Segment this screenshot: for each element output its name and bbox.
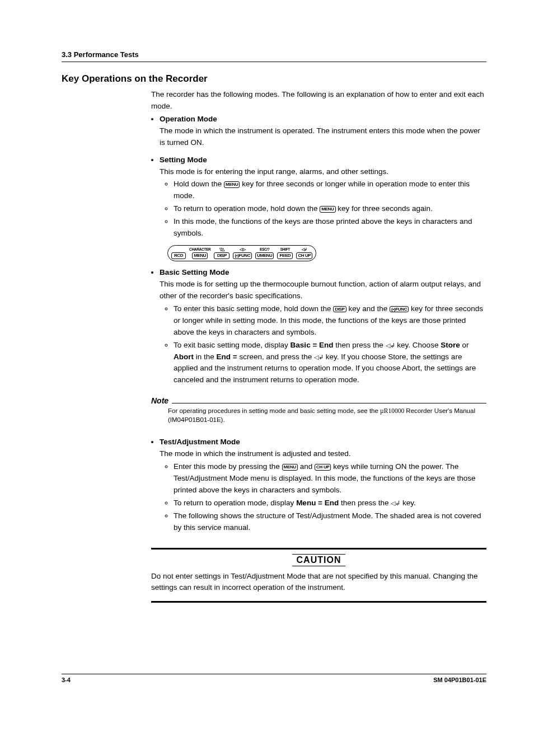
t: and	[298, 462, 315, 471]
mode-basic: Basic Setting Mode This mode is for sett…	[160, 267, 486, 386]
t: Store	[441, 341, 460, 349]
t: Basic = End	[291, 341, 334, 349]
mode-test-desc: The mode in which the instrument is adju…	[160, 449, 350, 458]
t: End =	[217, 353, 237, 361]
mode-set-b2: To return to operation mode, hold down t…	[174, 203, 486, 215]
kd-lbl: ◁↲	[302, 247, 307, 252]
mode-test-b1: Enter this mode by pressing the MENU and…	[174, 461, 486, 496]
t: key and the	[346, 304, 390, 313]
kd-key-umenu: UMENU	[255, 252, 274, 259]
page-footer: 3-4 SM 04P01B01-01E	[62, 674, 486, 683]
t: For operating procedures in setting mode…	[168, 407, 380, 414]
mode-test-b3: The following shows the structure of Tes…	[174, 510, 486, 534]
enter-icon: ◁↲	[386, 342, 395, 349]
intro-text: The recorder has the following modes. Th…	[151, 90, 484, 110]
menu-key-icon: MENU	[320, 206, 335, 213]
kd-key-feed: FEED	[277, 252, 293, 259]
mode-set-b1: Hold down the MENU key for three seconds…	[174, 179, 486, 202]
menu-key-icon: MENU	[282, 464, 298, 471]
mode-test-title: Test/Adjustment Mode	[160, 438, 240, 446]
func-key-icon: (•)FUNC	[390, 306, 409, 313]
kd-key-rcd: RCD	[171, 252, 186, 259]
t: then press the	[339, 499, 391, 507]
caution-text: Do not enter settings in Test/Adjustment…	[151, 571, 486, 602]
t: screen, and press the	[237, 353, 314, 361]
t: in the	[194, 353, 217, 361]
t: key. Choose	[395, 341, 441, 349]
caution-box: CAUTION Do not enter settings in Test/Ad…	[151, 548, 486, 603]
kd-lbl: ◁ ▷	[240, 247, 246, 252]
kd-key-disp: DISP	[214, 252, 229, 259]
t: To exit basic setting mode, display	[174, 341, 291, 349]
caution-label: CAUTION	[292, 554, 346, 566]
mode-basic-title: Basic Setting Mode	[160, 268, 229, 276]
note-label: Note	[151, 396, 168, 405]
kd-lbl: SHIFT	[280, 247, 290, 252]
enter-icon: ◁↲	[391, 500, 400, 506]
mode-set-b3: In this mode, the functions of the keys …	[174, 216, 486, 240]
mode-operation: Operation Mode The mode in which the ins…	[160, 114, 486, 149]
t: key for three seconds again.	[336, 204, 433, 213]
header-section: 3.3 Performance Tests	[62, 50, 486, 62]
t: then press the	[334, 341, 386, 349]
key-diagram: RCD CHARACTERMENU ▽△DISP ◁ ▷(•)FUNC ESC/…	[167, 245, 486, 261]
mode-basic-desc: This mode is for setting up the thermoco…	[160, 280, 481, 300]
kd-key-chup: CH UP	[296, 252, 312, 259]
t: key.	[400, 499, 416, 507]
t: To return to operation mode, hold down t…	[174, 204, 320, 213]
t: Enter this mode by pressing the	[174, 462, 282, 471]
mode-test-b2: To return to operation mode, display Men…	[174, 497, 486, 509]
mode-basic-b2: To exit basic setting mode, display Basi…	[174, 340, 486, 387]
kd-lbl: ▽△	[219, 247, 224, 252]
t: or	[460, 341, 469, 349]
mode-basic-b1: To enter this basic setting mode, hold d…	[174, 303, 486, 339]
kd-lbl: CHARACTER	[189, 247, 210, 252]
mode-set-desc: This mode is for entering the input rang…	[160, 167, 388, 176]
kd-lbl: ESC/?	[260, 247, 270, 252]
page-number: 3-4	[62, 677, 71, 683]
mode-test: Test/Adjustment Mode The mode in which t…	[160, 436, 486, 533]
t: µR10000	[380, 407, 404, 414]
t: Menu = End	[296, 499, 339, 507]
chup-key-icon: CH UP	[315, 464, 331, 471]
t: To enter this basic setting mode, hold d…	[174, 304, 333, 313]
kd-key-menu: MENU	[192, 252, 208, 259]
mode-set-title: Setting Mode	[160, 156, 207, 164]
divider	[151, 601, 486, 603]
doc-id: SM 04P01B01-01E	[433, 677, 486, 683]
t: Abort	[174, 353, 194, 361]
t: Hold down the	[174, 180, 224, 188]
t: To return to operation mode, display	[174, 499, 296, 507]
kd-key-func: (•)FUNC	[233, 252, 252, 259]
enter-icon: ◁↲	[314, 354, 324, 360]
note-divider	[172, 403, 486, 403]
mode-op-title: Operation Mode	[160, 115, 217, 123]
mode-op-desc: The mode in which the instrument is oper…	[160, 126, 480, 147]
mode-setting: Setting Mode This mode is for entering t…	[160, 154, 486, 261]
note-header: Note	[151, 396, 486, 405]
note-body: For operating procedures in setting mode…	[168, 406, 486, 424]
page-title: Key Operations on the Recorder	[62, 73, 486, 84]
disp-key-icon: DISP	[333, 306, 346, 313]
menu-key-icon: MENU	[224, 181, 240, 188]
divider	[151, 548, 486, 550]
